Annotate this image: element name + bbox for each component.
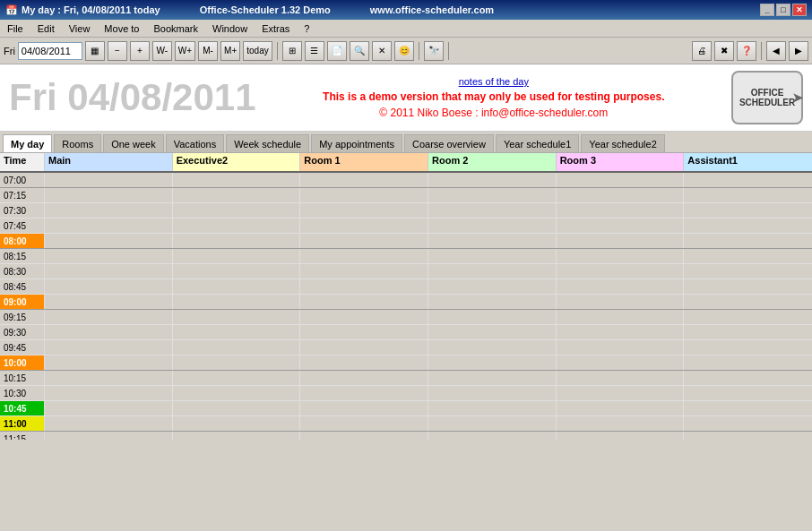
schedule-cell[interactable] [557,325,685,339]
schedule-cell[interactable] [300,340,428,355]
schedule-cell[interactable] [557,432,685,440]
schedule-cell[interactable] [428,264,557,278]
schedule-cell[interactable] [45,355,173,370]
schedule-cell[interactable] [428,386,557,400]
schedule-cell[interactable] [45,432,173,440]
schedule-cell[interactable] [684,173,812,187]
schedule-cell[interactable] [300,203,428,218]
doc-button[interactable]: 📄 [327,41,347,61]
schedule-cell[interactable] [557,234,685,248]
schedule-cell[interactable] [557,355,685,370]
schedule-cell[interactable] [45,386,173,400]
menu-extras[interactable]: Extras [258,22,293,35]
schedule-cell[interactable] [684,295,812,309]
menu-bookmark[interactable]: Bookmark [151,22,203,35]
schedule-cell[interactable] [684,416,812,431]
schedule-cell[interactable] [300,416,428,431]
schedule-cell[interactable] [45,218,173,233]
schedule-cell[interactable] [428,310,557,324]
schedule-cell[interactable] [557,340,685,355]
schedule-cell[interactable] [684,371,812,385]
week-plus-button[interactable]: W+ [175,41,195,61]
schedule-cell[interactable] [684,432,812,440]
schedule-cell[interactable] [45,249,173,263]
schedule-cell[interactable] [300,279,428,294]
print-button[interactable]: 🖨 [692,41,712,61]
schedule-cell[interactable] [300,355,428,370]
schedule-cell[interactable] [173,264,301,278]
menu-help[interactable]: ? [300,22,313,35]
nav-minus-button[interactable]: − [108,41,127,61]
schedule-cell[interactable] [45,188,173,202]
menu-view[interactable]: View [65,22,94,35]
schedule-cell[interactable] [428,371,557,385]
schedule-cell[interactable] [45,310,173,324]
schedule-cell[interactable] [428,340,557,355]
schedule-cell[interactable] [300,173,428,187]
schedule-cell[interactable] [300,432,428,440]
tab-weekschedule[interactable]: Week schedule [226,134,309,152]
schedule-cell[interactable] [300,218,428,233]
schedule-cell[interactable] [173,355,301,370]
schedule-cell[interactable] [684,218,812,233]
schedule-cell[interactable] [300,188,428,202]
list-button[interactable]: ☰ [305,41,324,61]
notes-link[interactable]: notes of the day [459,76,529,87]
schedule-cell[interactable] [45,173,173,187]
schedule-cell[interactable] [428,203,557,218]
schedule-cell[interactable] [45,279,173,294]
tab-yearschedule2[interactable]: Year schedule2 [581,134,664,152]
schedule-cell[interactable] [557,279,685,294]
schedule-cell[interactable] [173,310,301,324]
schedule-cell[interactable] [684,340,812,355]
schedule-cell[interactable] [173,401,301,415]
schedule-cell[interactable] [173,249,301,263]
schedule-cell[interactable] [45,203,173,218]
export-button[interactable]: ✖ [714,41,734,61]
close-x-button[interactable]: ✕ [372,41,392,61]
schedule-cell[interactable] [300,295,428,309]
schedule-cell[interactable] [428,218,557,233]
schedule-cell[interactable] [557,218,685,233]
month-minus-button[interactable]: M- [198,41,218,61]
schedule-cell[interactable] [45,416,173,431]
tab-myday[interactable]: My day [3,134,52,152]
schedule-cell[interactable] [173,432,301,440]
schedule-cell[interactable] [45,401,173,415]
tab-oneweek[interactable]: One week [103,134,164,152]
schedule-cell[interactable] [428,401,557,415]
schedule-cell[interactable] [428,173,557,187]
schedule-cell[interactable] [428,432,557,440]
schedule-cell[interactable] [684,325,812,339]
schedule-cell[interactable] [684,355,812,370]
schedule-cell[interactable] [684,249,812,263]
schedule-cell[interactable] [684,264,812,278]
schedule-cell[interactable] [300,234,428,248]
month-plus-button[interactable]: M+ [220,41,240,61]
schedule-cell[interactable] [173,173,301,187]
schedule-cell[interactable] [173,371,301,385]
schedule-cell[interactable] [557,416,685,431]
schedule-cell[interactable] [173,218,301,233]
schedule-cell[interactable] [557,264,685,278]
schedule-body[interactable]: 07:0007:1507:3007:4508:0008:1508:3008:45… [0,173,812,440]
tab-myappointments[interactable]: My appointments [311,134,402,152]
schedule-cell[interactable] [173,325,301,339]
schedule-cell[interactable] [557,386,685,400]
date-input[interactable] [18,42,82,60]
schedule-cell[interactable] [428,249,557,263]
schedule-cell[interactable] [300,310,428,324]
grid-button[interactable]: ⊞ [282,41,302,61]
tab-rooms[interactable]: Rooms [54,134,101,152]
schedule-cell[interactable] [173,234,301,248]
schedule-cell[interactable] [45,340,173,355]
tab-yearschedule1[interactable]: Year schedule1 [496,134,579,152]
schedule-cell[interactable] [557,173,685,187]
schedule-cell[interactable] [428,188,557,202]
schedule-cell[interactable] [557,295,685,309]
search-button[interactable]: 🔍 [350,41,369,61]
schedule-cell[interactable] [300,386,428,400]
week-minus-button[interactable]: W- [152,41,172,61]
menu-edit[interactable]: Edit [34,22,58,35]
schedule-cell[interactable] [557,371,685,385]
